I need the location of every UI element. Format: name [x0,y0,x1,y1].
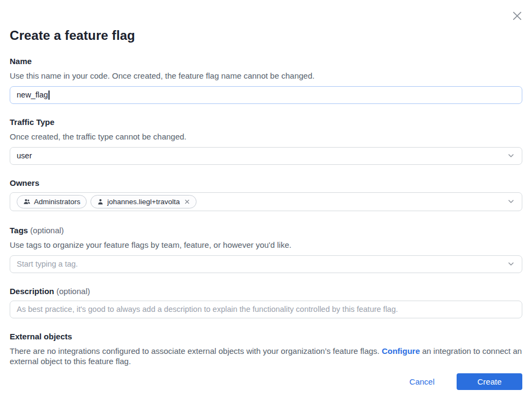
external-objects-section: External objects There are no integratio… [10,332,522,367]
owner-chip-label: johannes.liegl+travolta [107,198,180,206]
cancel-button[interactable]: Cancel [409,377,435,386]
description-label: Description (optional) [10,287,522,296]
page-title: Create a feature flag [10,0,522,43]
description-input[interactable]: As best practice, it's good to always ad… [10,301,522,318]
owners-label: Owners [10,178,522,187]
traffic-type-section: Traffic Type Once created, the traffic t… [10,117,522,165]
create-feature-flag-modal: Create a feature flag Name Use this name… [0,0,532,411]
owner-chip-administrators[interactable]: Administrators [17,195,87,208]
name-label: Name [10,57,522,66]
modal-footer: Cancel Create [0,373,532,390]
tags-label: Tags (optional) [10,226,522,235]
configure-link[interactable]: Configure [382,346,420,356]
owner-chip-label: Administrators [34,198,80,206]
description-label-text: Description [10,287,54,296]
tags-input[interactable]: Start typing a tag. [10,255,522,273]
name-input[interactable]: new_flag [10,86,522,104]
chevron-down-icon [507,151,515,160]
group-icon [23,198,31,205]
owner-chip-user[interactable]: johannes.liegl+travolta [90,195,197,208]
name-input-value: new_flag [17,90,48,99]
traffic-type-selected-value: user [17,151,32,160]
create-button[interactable]: Create [457,373,522,390]
text-cursor [48,90,50,100]
tags-section: Tags (optional) Use tags to organize you… [10,226,522,273]
traffic-type-helper-text: Once created, the traffic type cannot be… [10,131,522,142]
tags-placeholder: Start typing a tag. [17,260,78,268]
description-placeholder: As best practice, it's good to always ad… [17,305,398,314]
tags-optional-text: (optional) [30,226,64,235]
chevron-down-icon [507,197,515,206]
external-objects-text-before: There are no integrations configured to … [10,346,382,356]
remove-chip-icon[interactable] [184,199,190,205]
close-icon[interactable] [509,8,524,23]
owners-input[interactable]: Administrators johannes.liegl+travolta [10,192,522,211]
person-icon [97,198,104,205]
owners-section: Owners Administrators johannes.liegl+tra… [10,178,522,211]
chevron-down-icon [507,260,515,268]
name-section: Name Use this name in your code. Once cr… [10,57,522,104]
tags-helper-text: Use tags to organize your feature flags … [10,240,522,250]
external-objects-label: External objects [10,332,522,341]
tags-label-text: Tags [10,226,28,235]
external-objects-text: There are no integrations configured to … [10,346,522,366]
traffic-type-label: Traffic Type [10,117,522,127]
description-optional-text: (optional) [57,287,90,296]
description-section: Description (optional) As best practice,… [10,287,522,318]
traffic-type-select[interactable]: user [10,147,522,165]
name-helper-text: Use this name in your code. Once created… [10,71,522,81]
